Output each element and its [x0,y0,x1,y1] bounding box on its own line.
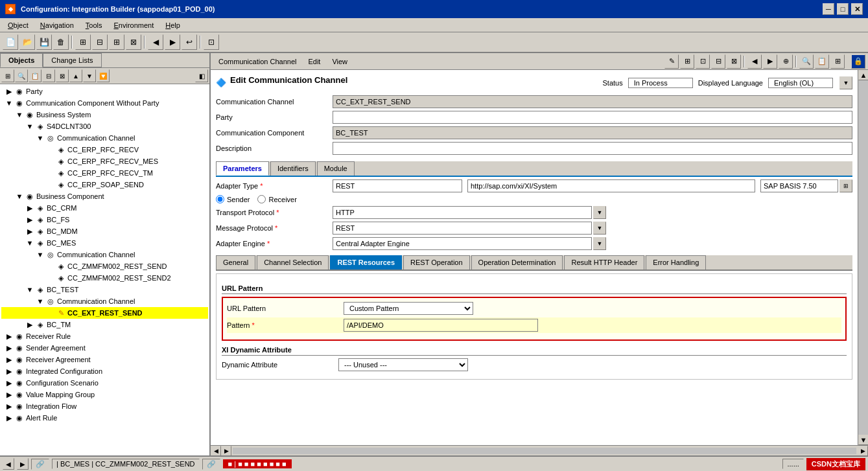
right-menu-view[interactable]: View [327,56,353,67]
expander-cc-erp-soap-send[interactable] [45,181,56,189]
adapter-type-url[interactable] [467,179,755,192]
tree-node-party[interactable]: ▶ ◉ Party [1,86,208,97]
toolbar-save[interactable]: 💾 [36,34,52,50]
tree-node-bc-tm[interactable]: ▶ ◈ BC_TM [1,319,208,330]
toolbar-back[interactable]: ◀ [148,34,163,50]
comm-component-input[interactable] [333,126,852,139]
tree-node-comm-ch-1[interactable]: ▼ ◎ Communication Channel [1,132,208,144]
left-toolbar-btn-6[interactable]: ▲ [69,69,82,82]
message-dropdown[interactable]: ▼ [593,222,606,235]
scroll-down-btn[interactable]: ▼ [858,435,868,445]
right-menu-comm-channel[interactable]: Communication Channel [213,56,301,67]
tree-node-bc-fs[interactable]: ▶ ◈ BC_FS [1,214,208,225]
expander-sender-agreement[interactable]: ▶ [4,344,14,352]
left-toolbar-btn-5[interactable]: ⊠ [56,69,69,82]
tree-node-cc-erp-rfc-recv[interactable]: ◈ CC_ERP_RFC_RECV [1,144,208,155]
bottom-nav-left[interactable]: ◀ [3,458,14,470]
tab-general[interactable]: General [216,255,255,270]
expander-comm-ch-bc-test[interactable]: ▼ [35,297,45,305]
language-dropdown[interactable]: ▼ [839,76,852,89]
tab-change-lists[interactable]: Change Lists [43,53,101,67]
tree-node-receiver-agreement[interactable]: ▶ ◉ Receiver Agreement [1,354,208,365]
receiver-radio-label[interactable]: Receiver [257,195,296,203]
url-pattern-select[interactable]: Custom Pattern Default Pattern [344,302,473,315]
expander-bc-test[interactable]: ▼ [25,286,35,293]
right-toolbar-btn-10[interactable]: 📋 [815,54,829,69]
left-toolbar-btn-4[interactable]: ⊟ [42,69,55,82]
tab-module[interactable]: Module [317,161,355,176]
tree-node-cc-ext-rest-send[interactable]: ✎ CC_EXT_REST_SEND [1,307,208,319]
left-toolbar-btn-1[interactable]: ⊞ [1,69,14,82]
left-toolbar-btn-7[interactable]: ▼ [83,69,96,82]
tree-node-bc-mdm[interactable]: ▶ ◈ BC_MDM [1,225,208,237]
menu-tools[interactable]: Tools [80,20,108,30]
expander-cc-erp-rfc-recv[interactable] [45,146,56,154]
right-menu-edit[interactable]: Edit [303,56,325,67]
message-protocol-input[interactable] [333,222,592,235]
tree-node-comm-ch-bc-mes[interactable]: ▼ ◎ Communication Channel [1,249,208,260]
transport-protocol-input[interactable] [333,206,592,219]
tree-node-cc-erp-rfc-recv-mes[interactable]: ◈ CC_ERP_RFC_RECV_MES [1,155,208,167]
tree-node-biz-sys[interactable]: ▼ ◉ Business System [1,109,208,121]
h-scroll-left[interactable]: ◀ [211,446,221,456]
dynamic-attribute-select[interactable]: --- Unused --- [338,358,468,371]
right-toolbar-btn-5[interactable]: ⊠ [727,54,741,69]
tree-node-value-mapping[interactable]: ▶ ◉ Value Mapping Group [1,389,208,400]
party-input[interactable] [333,111,852,124]
tab-parameters[interactable]: Parameters [216,161,269,176]
left-toolbar-btn-3[interactable]: 📋 [29,69,41,82]
expander-biz-comp[interactable]: ▼ [14,192,25,200]
scroll-up-btn[interactable]: ▲ [858,70,868,80]
toolbar-btn-8[interactable]: ⊠ [126,34,141,50]
toolbar-btn-6[interactable]: ⊟ [92,34,108,50]
tree-node-receiver-rule[interactable]: ▶ ◉ Receiver Rule [1,330,208,342]
tree-node-integrated-config[interactable]: ▶ ◉ Integrated Configuration [1,365,208,377]
pattern-input[interactable] [344,319,538,332]
sender-radio-label[interactable]: Sender [216,195,250,203]
expander-cc-zmmfm002-2[interactable] [45,274,56,282]
expander-cc-ext[interactable] [45,309,56,317]
receiver-radio[interactable] [257,195,266,203]
right-toolbar-btn-2[interactable]: ⊞ [680,54,694,69]
toolbar-btn-7[interactable]: ⊞ [109,34,124,50]
engine-dropdown[interactable]: ▼ [593,237,606,250]
expander-bc-fs[interactable]: ▶ [25,216,35,224]
expander-biz-sys[interactable]: ▼ [14,111,25,119]
sender-radio[interactable] [216,195,224,203]
tree-node-biz-comp[interactable]: ▼ ◉ Business Component [1,190,208,202]
toolbar-new[interactable]: 📄 [3,34,18,50]
expander-comm-ch-bc-mes[interactable]: ▼ [35,251,45,258]
expander-bc-mdm[interactable]: ▶ [25,227,35,236]
transport-dropdown[interactable]: ▼ [593,206,606,219]
expander-comm-comp[interactable]: ▼ [4,99,14,107]
tree-node-bc-mes[interactable]: ▼ ◈ BC_MES [1,237,208,249]
tree-node-comm-ch-bc-test[interactable]: ▼ ◎ Communication Channel [1,295,208,307]
right-toolbar-btn-8[interactable]: ⊕ [779,54,793,69]
toolbar-open[interactable]: 📂 [19,34,35,50]
tree-node-comm-comp[interactable]: ▼ ◉ Communication Component Without Part… [1,97,208,109]
expander-value-mapping[interactable]: ▶ [4,391,14,399]
tab-error-handling[interactable]: Error Handling [646,255,706,270]
tab-operation-determination[interactable]: Operation Determination [471,255,563,270]
expander-s4dclnt300[interactable]: ▼ [25,122,35,130]
expander-bc-crm[interactable]: ▶ [25,204,35,213]
expander-bc-tm[interactable]: ▶ [25,321,35,329]
expander-bc-mes[interactable]: ▼ [25,239,35,247]
tab-rest-operation[interactable]: REST Operation [403,255,470,270]
right-scrollbar[interactable]: ▲ ▼ [858,70,868,445]
expander-integration-flow[interactable]: ▶ [4,402,14,411]
right-toolbar-btn-11[interactable]: ⊞ [830,54,845,69]
expander-cc-erp-rfc-recv-tm[interactable] [45,169,56,177]
right-toolbar-btn-4[interactable]: ⊟ [711,54,725,69]
expander-party[interactable]: ▶ [4,87,14,96]
adapter-copy-icon[interactable]: ⊞ [839,179,852,192]
description-input[interactable] [333,142,852,155]
tree-node-integration-flow[interactable]: ▶ ◉ Integration Flow [1,400,208,412]
menu-environment[interactable]: Environment [109,20,159,30]
tree-node-bc-crm[interactable]: ▶ ◈ BC_CRM [1,202,208,214]
toolbar-btn-12[interactable]: ⊡ [204,34,219,50]
expander-receiver-rule[interactable]: ▶ [4,332,14,341]
toolbar-delete[interactable]: 🗑 [53,34,69,50]
expander-cc-erp-rfc-recv-mes[interactable] [45,157,56,165]
adapter-engine-input[interactable] [333,237,592,250]
